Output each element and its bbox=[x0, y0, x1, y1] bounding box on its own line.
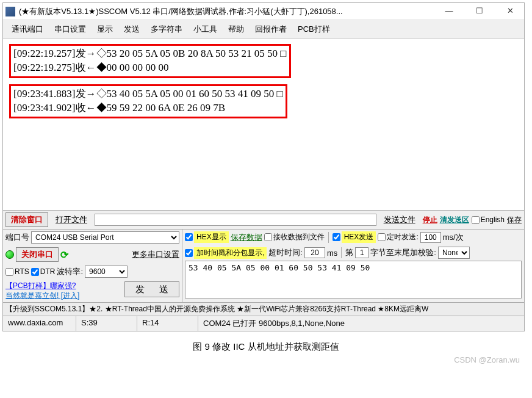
save-data-button[interactable]: 保存数据 bbox=[231, 232, 262, 243]
more-settings-button[interactable]: 更多串口设置 bbox=[132, 249, 179, 260]
menu-port[interactable]: 通讯端口 bbox=[7, 23, 48, 36]
status-url: www.daxia.com bbox=[3, 316, 76, 331]
hex-show-checkbox-label[interactable]: HEX显示 bbox=[185, 231, 229, 243]
timed-send-interval[interactable] bbox=[420, 232, 441, 243]
dtr-checkbox-label[interactable]: DTR bbox=[31, 267, 56, 276]
baud-combo[interactable]: 9600 bbox=[85, 266, 128, 278]
menu-feedback[interactable]: 回报作者 bbox=[250, 23, 292, 36]
baud-label: 波特率: bbox=[57, 266, 83, 277]
nth-suffix-label: 字节至末尾加校验: bbox=[370, 247, 436, 258]
clear-send-button[interactable]: 清发送区 bbox=[440, 215, 469, 225]
checksum-combo[interactable]: None bbox=[438, 247, 470, 259]
nth-byte-input[interactable] bbox=[355, 247, 368, 258]
open-file-button[interactable]: 打开文件 bbox=[51, 213, 92, 226]
statusbar: www.daxia.com S:39 R:14 COM24 已打开 9600bp… bbox=[3, 316, 524, 331]
connection-led-icon bbox=[5, 250, 14, 259]
highlight-block-2: [09:23:41.883]发→◇53 40 05 5A 05 00 01 60… bbox=[9, 84, 287, 118]
output-area[interactable]: [09:22:19.257]发→◇53 20 05 5A 05 0B 20 8A… bbox=[3, 39, 524, 210]
watermark: CSDN @Zoran.wu bbox=[0, 355, 532, 368]
port-combo[interactable]: COM24 USB Serial Port bbox=[31, 231, 179, 244]
menu-tools[interactable]: 小工具 bbox=[189, 23, 222, 36]
pcb-ad-line1[interactable]: 【PCB打样】哪家强? bbox=[5, 281, 79, 291]
refresh-icon[interactable]: ⟳ bbox=[60, 249, 68, 261]
recv-file-checkbox-label[interactable]: 接收数据到文件 bbox=[264, 232, 325, 242]
status-connection: COM24 已打开 9600bps,8,1,None,None bbox=[198, 316, 524, 331]
port-label: 端口号 bbox=[5, 232, 29, 243]
minimize-button[interactable]: — bbox=[437, 5, 461, 18]
log-line: [09:23:41.902]收←◆59 59 22 00 6A 0E 26 09… bbox=[13, 101, 283, 115]
status-sent: S:39 bbox=[76, 316, 137, 331]
menu-display[interactable]: 显示 bbox=[92, 23, 118, 36]
menu-multistring[interactable]: 多字符串 bbox=[146, 23, 187, 36]
left-panel: 端口号 COM24 USB Serial Port 关闭串口 ⟳ 更多串口设置 … bbox=[3, 230, 182, 302]
rts-checkbox[interactable] bbox=[5, 268, 13, 276]
timeout-label: 超时时间: bbox=[268, 247, 303, 258]
menu-send[interactable]: 发送 bbox=[119, 23, 145, 36]
send-file-button[interactable]: 发送文件 bbox=[379, 213, 420, 226]
menu-serial-settings[interactable]: 串口设置 bbox=[49, 23, 91, 36]
close-port-button[interactable]: 关闭串口 bbox=[16, 247, 59, 262]
english-checkbox[interactable] bbox=[472, 216, 480, 224]
menu-pcb[interactable]: PCB打样 bbox=[293, 23, 335, 36]
log-line: [09:22:19.275]收←◆00 00 00 00 00 bbox=[13, 61, 287, 75]
close-button[interactable]: ✕ bbox=[498, 5, 522, 18]
timestamp-checkbox[interactable] bbox=[185, 249, 193, 257]
footer-ad[interactable]: 【升级到SSCOM5.13.1】★2. ★RT-Thread中国人的开源免费操作… bbox=[3, 302, 524, 316]
pcb-ad-line2[interactable]: 当然就是嘉立创! [进入] bbox=[5, 291, 79, 301]
file-toolbar: 清除窗口 打开文件 发送文件 停止 清发送区 English 保存 bbox=[3, 210, 524, 229]
menu-help[interactable]: 帮助 bbox=[223, 23, 249, 36]
dtr-checkbox[interactable] bbox=[31, 268, 39, 276]
timed-send-checkbox[interactable] bbox=[378, 233, 386, 241]
figure-caption: 图 9 修改 IIC 从机地址并获取测距值 bbox=[0, 334, 532, 355]
log-line: [09:22:19.257]发→◇53 20 05 5A 05 0B 20 8A… bbox=[13, 47, 287, 61]
maximize-button[interactable]: ☐ bbox=[468, 5, 491, 18]
app-icon bbox=[5, 7, 15, 16]
status-recv: R:14 bbox=[137, 316, 198, 331]
hex-send-checkbox-label[interactable]: HEX发送 bbox=[332, 231, 376, 243]
controls-section: 端口号 COM24 USB Serial Port 关闭串口 ⟳ 更多串口设置 … bbox=[3, 229, 524, 302]
send-button[interactable]: 发 送 bbox=[124, 281, 179, 297]
rts-checkbox-label[interactable]: RTS bbox=[5, 267, 29, 276]
clear-window-button[interactable]: 清除窗口 bbox=[5, 212, 48, 227]
timeout-input[interactable] bbox=[304, 247, 325, 258]
nth-label: 第 bbox=[345, 247, 353, 258]
english-checkbox-label[interactable]: English bbox=[472, 215, 505, 224]
right-panel: HEX显示 保存数据 接收数据到文件 HEX发送 定时发送: ms/次 加时间戳… bbox=[182, 230, 524, 302]
log-line: [09:23:41.883]发→◇53 40 05 5A 05 00 01 60… bbox=[13, 87, 283, 101]
window-title: (★有新版本V5.13.1★)SSCOM V5.12 串口/网络数据调试器,作者… bbox=[19, 6, 433, 17]
timed-send-checkbox-label[interactable]: 定时发送: bbox=[378, 232, 418, 242]
menubar: 通讯端口 串口设置 显示 发送 多字符串 小工具 帮助 回报作者 PCB打样 bbox=[3, 20, 524, 39]
app-window: (★有新版本V5.13.1★)SSCOM V5.12 串口/网络数据调试器,作者… bbox=[2, 2, 525, 331]
hex-show-checkbox[interactable] bbox=[185, 233, 193, 241]
send-data-textarea[interactable] bbox=[185, 261, 522, 298]
hex-send-checkbox[interactable] bbox=[332, 233, 340, 241]
timed-unit-label: ms/次 bbox=[443, 232, 464, 243]
timeout-unit: ms bbox=[327, 248, 337, 258]
titlebar: (★有新版本V5.13.1★)SSCOM V5.12 串口/网络数据调试器,作者… bbox=[3, 3, 524, 20]
stop-button[interactable]: 停止 bbox=[423, 215, 437, 225]
recv-file-checkbox[interactable] bbox=[264, 233, 272, 241]
file-path-input[interactable] bbox=[95, 214, 376, 226]
save-params-button[interactable]: 保存 bbox=[507, 215, 522, 225]
timestamp-checkbox-label[interactable]: 加时间戳和分包显示, bbox=[185, 247, 267, 259]
highlight-block-1: [09:22:19.257]发→◇53 20 05 5A 05 0B 20 8A… bbox=[9, 44, 291, 78]
